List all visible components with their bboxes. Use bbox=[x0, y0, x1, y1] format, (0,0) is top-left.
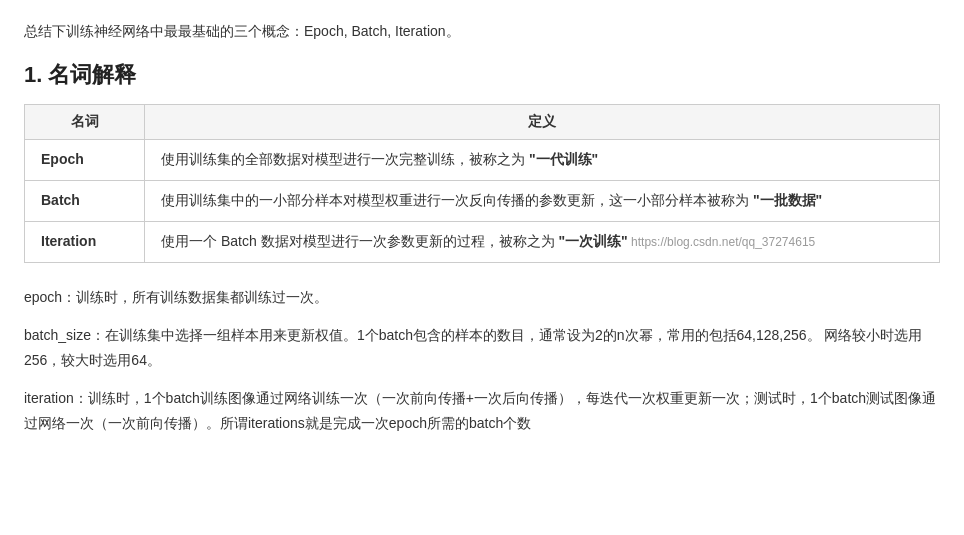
iteration-paragraph: iteration：训练时，1个batch训练图像通过网络训练一次（一次前向传播… bbox=[24, 386, 940, 435]
definition-prefix: 使用一个 Batch 数据对模型进行一次参数更新的过程，被称之为 bbox=[161, 233, 558, 249]
intro-text: 总结下训练神经网络中最最基础的三个概念：Epoch, Batch, Iterat… bbox=[24, 20, 940, 42]
col-term-header: 名词 bbox=[25, 105, 145, 140]
col-def-header: 定义 bbox=[145, 105, 940, 140]
term-cell: Iteration bbox=[25, 221, 145, 262]
definition-bold: "一次训练" bbox=[558, 233, 627, 249]
table-row: Epoch使用训练集的全部数据对模型进行一次完整训练，被称之为 "一代训练" bbox=[25, 140, 940, 181]
epoch-paragraph: epoch：训练时，所有训练数据集都训练过一次。 bbox=[24, 285, 940, 310]
definition-bold: "一批数据" bbox=[753, 192, 822, 208]
table-row: Batch使用训练集中的一小部分样本对模型权重进行一次反向传播的参数更新，这一小… bbox=[25, 181, 940, 222]
definition-cell: 使用训练集中的一小部分样本对模型权重进行一次反向传播的参数更新，这一小部分样本被… bbox=[145, 181, 940, 222]
term-cell: Epoch bbox=[25, 140, 145, 181]
definition-prefix: 使用训练集的全部数据对模型进行一次完整训练，被称之为 bbox=[161, 151, 529, 167]
paragraphs-section: epoch：训练时，所有训练数据集都训练过一次。 batch_size：在训练集… bbox=[24, 285, 940, 436]
definition-cell: 使用训练集的全部数据对模型进行一次完整训练，被称之为 "一代训练" bbox=[145, 140, 940, 181]
term-cell: Batch bbox=[25, 181, 145, 222]
definition-prefix: 使用训练集中的一小部分样本对模型权重进行一次反向传播的参数更新，这一小部分样本被… bbox=[161, 192, 753, 208]
definition-cell: 使用一个 Batch 数据对模型进行一次参数更新的过程，被称之为 "一次训练" … bbox=[145, 221, 940, 262]
terms-table: 名词 定义 Epoch使用训练集的全部数据对模型进行一次完整训练，被称之为 "一… bbox=[24, 104, 940, 262]
section-title: 1. 名词解释 bbox=[24, 60, 940, 90]
definition-bold: "一代训练" bbox=[529, 151, 598, 167]
table-row: Iteration使用一个 Batch 数据对模型进行一次参数更新的过程，被称之… bbox=[25, 221, 940, 262]
watermark-text: https://blog.csdn.net/qq_37274615 bbox=[628, 235, 815, 249]
batch-paragraph: batch_size：在训练集中选择一组样本用来更新权值。1个batch包含的样… bbox=[24, 323, 940, 372]
